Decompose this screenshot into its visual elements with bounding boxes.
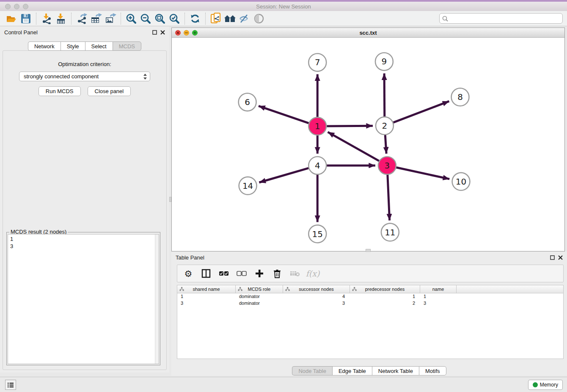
save-session-icon[interactable]	[19, 12, 33, 25]
export-network-icon[interactable]	[74, 12, 89, 25]
toolbar-separator	[121, 13, 121, 25]
tab-mcds[interactable]: MCDS	[113, 41, 141, 51]
float-table-panel-icon[interactable]	[550, 255, 555, 260]
edge-2-8[interactable]	[393, 101, 449, 122]
network-close-icon[interactable]	[175, 30, 181, 36]
node-label-3: 3	[385, 160, 390, 171]
show-columns-icon[interactable]	[200, 268, 212, 279]
table-toolbar: ⚙ f(x)	[177, 265, 564, 282]
edge-3-11[interactable]	[388, 175, 390, 221]
column-header-predecessor-nodes[interactable]: predecessor nodes	[350, 285, 420, 293]
main-toolbar	[0, 11, 567, 26]
function-builder-icon[interactable]: f(x)	[307, 268, 319, 279]
network-canvas[interactable]: 7968124314101511	[172, 38, 564, 251]
zoom-in-icon[interactable]	[124, 12, 138, 25]
canvas-grip[interactable]	[366, 249, 371, 252]
import-network-icon[interactable]	[39, 12, 54, 25]
search-field[interactable]	[439, 13, 563, 24]
home-icon[interactable]	[223, 12, 237, 25]
window-title: Session: New Session	[0, 3, 567, 10]
table-row: 1dominator411	[177, 293, 563, 300]
memory-button[interactable]: Memory	[528, 380, 563, 390]
close-table-panel-icon[interactable]	[558, 255, 563, 260]
select-chevrons-icon	[143, 73, 147, 81]
network-from-selection-icon[interactable]	[209, 12, 223, 25]
network-window-titlebar[interactable]: scc.txt	[172, 28, 564, 38]
open-session-icon[interactable]	[4, 12, 19, 25]
table-panel-title: Table Panel	[176, 254, 550, 261]
edge-3-10[interactable]	[396, 168, 449, 179]
tab-edge-table[interactable]: Edge Table	[332, 366, 372, 375]
close-panel-button[interactable]: Close panel	[88, 86, 131, 96]
show-graphics-details-icon[interactable]	[252, 12, 266, 25]
control-panel: Control Panel NetworkStyleSelectMCDS Opt…	[0, 26, 169, 373]
edge-1-6[interactable]	[259, 106, 308, 123]
close-panel-icon[interactable]	[160, 30, 165, 35]
table-cell[interactable]: 2	[350, 300, 420, 307]
edge-3-1[interactable]	[328, 132, 379, 161]
table-cell[interactable]: dominator	[236, 293, 283, 300]
export-image-icon[interactable]	[103, 12, 118, 25]
run-mcds-button[interactable]: Run MCDS	[39, 86, 81, 96]
table-cell[interactable]: 1	[177, 293, 236, 300]
toolbar-separator	[184, 13, 185, 25]
table-cell[interactable]: dominator	[236, 300, 283, 307]
table-cell[interactable]: 3	[177, 300, 236, 307]
zoom-fit-icon[interactable]	[153, 12, 167, 25]
table-cell[interactable]: 1	[350, 293, 420, 300]
table-cell[interactable]: 3	[283, 300, 350, 307]
table-cell[interactable]: 3	[420, 300, 457, 307]
column-header-successor-nodes[interactable]: successor nodes	[283, 285, 350, 293]
node-label-6: 6	[245, 97, 250, 107]
table-settings-icon[interactable]: ⚙	[182, 268, 194, 279]
tab-select[interactable]: Select	[85, 41, 113, 51]
network-graph: 7968124314101511	[172, 38, 564, 251]
node-label-7: 7	[315, 57, 320, 67]
toolbar-separator	[36, 13, 36, 25]
table-cell[interactable]: 4	[283, 293, 350, 300]
float-panel-icon[interactable]	[152, 30, 157, 35]
table-cell[interactable]: 1	[420, 293, 457, 300]
edge-1-2[interactable]	[327, 126, 373, 126]
refresh-icon[interactable]	[188, 12, 202, 25]
table-panel: Table Panel ⚙	[171, 252, 567, 376]
create-column-icon[interactable]	[253, 268, 265, 279]
network-minimize-icon[interactable]	[184, 30, 189, 36]
network-maximize-icon[interactable]	[192, 30, 198, 36]
zoom-selected-icon[interactable]	[167, 12, 182, 25]
column-header-shared-name[interactable]: shared name	[177, 285, 236, 293]
delete-column-icon[interactable]	[271, 268, 283, 279]
node-label-2: 2	[382, 121, 388, 131]
tab-node-table[interactable]: Node Table	[292, 366, 332, 375]
status-bar: Memory	[0, 377, 567, 392]
column-header-MCDS-role[interactable]: MCDS role	[236, 285, 283, 293]
edge-2-9[interactable]	[384, 73, 385, 116]
mcds-result-text[interactable]: 13	[8, 234, 159, 364]
task-list-icon	[7, 382, 14, 388]
tab-network[interactable]: Network	[28, 41, 61, 51]
task-history-button[interactable]	[5, 380, 16, 390]
mcds-panel: Optimization criterion: strongly connect…	[3, 50, 167, 370]
import-table-icon[interactable]	[54, 12, 68, 25]
hide-graphics-details-icon[interactable]	[237, 12, 252, 25]
network-window-title: scc.txt	[172, 30, 564, 36]
edge-2-3[interactable]	[385, 135, 386, 154]
tab-motifs[interactable]: Motifs	[419, 366, 446, 375]
tab-network-table[interactable]: Network Table	[372, 366, 419, 375]
zoom-out-icon[interactable]	[138, 12, 153, 25]
column-header-name[interactable]: name	[420, 285, 457, 293]
export-table-icon[interactable]	[89, 12, 103, 25]
search-input[interactable]	[450, 15, 562, 22]
result-line: 3	[10, 243, 157, 250]
optimization-criterion-label: Optimization criterion:	[3, 61, 166, 67]
result-scrollbar[interactable]	[155, 235, 159, 364]
delete-table-icon[interactable]	[289, 268, 301, 279]
application-window: Session: New Session	[0, 0, 567, 392]
memory-status-icon	[533, 382, 538, 387]
tab-style[interactable]: Style	[61, 41, 85, 51]
edge-4-14[interactable]	[259, 168, 308, 182]
node-label-4: 4	[315, 160, 320, 171]
criterion-select[interactable]: strongly connected component	[19, 72, 150, 81]
select-all-columns-icon[interactable]	[218, 268, 230, 279]
unselect-all-columns-icon[interactable]	[236, 268, 248, 279]
